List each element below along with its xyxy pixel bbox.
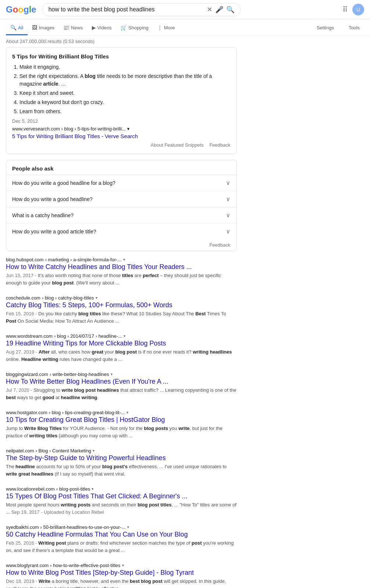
search-result-2: coschedule.com › blog › catchy-blog-titl… (6, 295, 237, 325)
snippet-link[interactable]: 5 Tips for Writing Brilliant Blog Titles… (12, 133, 138, 139)
result-snippet-8: Feb 25, 2016 - Writing post plans or dra… (6, 539, 237, 554)
result-url-line: www.hostgator.com › blog › tips-creating… (6, 410, 237, 415)
snippet-item-1: Make it engaging. (19, 63, 230, 71)
result-dropdown-arrow[interactable]: ▾ (122, 563, 124, 568)
result-title-8[interactable]: 50 Catchy Headline Formulas That You Can… (6, 531, 237, 538)
result-title-7[interactable]: 15 Types Of Blog Post Titles That Get Cl… (6, 492, 237, 500)
tab-shopping[interactable]: 🛒 Shopping (116, 21, 153, 35)
result-domain: blog.hubspot.com (6, 257, 44, 262)
result-title-6[interactable]: The Step-by-Step Guide to Writing Powerf… (6, 454, 237, 462)
result-dropdown-arrow[interactable]: ▾ (93, 448, 95, 453)
videos-icon: ▶ (92, 25, 96, 31)
result-dropdown-arrow[interactable]: ▾ (111, 372, 113, 377)
paa-feedback[interactable]: Feedback (6, 239, 236, 251)
user-avatar[interactable]: U (352, 4, 364, 15)
result-url-line: blog.hubspot.com › marketing › a-simple-… (6, 257, 237, 262)
result-date: Jul 7, 2020 - (6, 387, 33, 393)
snippet-feedback[interactable]: Feedback (209, 142, 230, 148)
result-domain: syedbalkhi.com (6, 524, 39, 530)
result-date: Sep 19, 2017 - Uploaded by Location Rebe… (11, 509, 104, 515)
result-domain: www.hostgator.com (6, 410, 47, 415)
result-dropdown-arrow[interactable]: ▾ (96, 295, 98, 300)
result-date: Dec 18, 2019 - (6, 578, 39, 584)
tab-news[interactable]: 📰 News (59, 21, 87, 35)
result-title-5[interactable]: 10 Tips for Creating Great Blog Titles |… (6, 416, 237, 424)
result-url-line: syedbalkhi.com › 50-brilliant-headlines-… (6, 524, 237, 530)
apps-grid-icon[interactable]: ⠿ (342, 5, 348, 14)
tools-link[interactable]: Tools (344, 21, 364, 35)
tab-more[interactable]: ⋮ More (153, 21, 179, 35)
result-path: › blog-post-titles (56, 486, 90, 492)
paa-question-1[interactable]: How do you write a good headline for a b… (6, 175, 236, 191)
people-also-ask: People also ask How do you write a good … (6, 160, 237, 251)
tab-videos[interactable]: ▶ Videos (87, 21, 116, 35)
paa-question-3[interactable]: What is a catchy headline? ∨ (6, 207, 236, 223)
result-snippet-5: Jump to Write Blog Titles for YOUR Audie… (6, 425, 237, 439)
result-path: › blog › tips-creating-great-blog-tit-..… (49, 410, 125, 415)
search-result-9: www.blogtyrant.com › how-to-write-effect… (6, 563, 237, 588)
result-domain: bloggingwizard.com (6, 372, 48, 377)
result-url-line: www.wordstream.com › blog › 2014/07/17 ›… (6, 333, 237, 339)
snippet-footer: About Featured Snippets Feedback (12, 139, 230, 148)
result-domain: coschedule.com (6, 295, 40, 301)
search-result-6: neilpatel.com › Blog › Content Marketing… (6, 448, 237, 477)
result-title-1[interactable]: How to Write Catchy Headlines and Blog T… (6, 263, 237, 271)
result-title-9[interactable]: How to Write Blog Post Titles [Step-by-S… (6, 569, 237, 577)
result-url-line: neilpatel.com › Blog › Content Marketing… (6, 448, 237, 453)
result-path: › marketing › a-simple-formula-for-... (45, 257, 122, 262)
google-logo: Google (6, 4, 36, 15)
main-content: 5 Tips for Writing Brilliant Blog Titles… (0, 47, 243, 588)
header-right: ⠿ U (342, 4, 364, 15)
result-date: Feb 25, 2016 - (6, 540, 38, 546)
result-dropdown-arrow[interactable]: ▾ (123, 334, 126, 338)
search-result-1: blog.hubspot.com › marketing › a-simple-… (6, 257, 237, 286)
result-date: Aug 27, 2019 - (6, 349, 39, 355)
more-icon: ⋮ (157, 25, 162, 31)
all-icon: 🔍 (10, 25, 17, 31)
result-snippet-7: Most people spend hours writing posts an… (6, 501, 237, 516)
result-path: › Blog › Content Marketing (36, 448, 91, 453)
settings-link[interactable]: Settings (312, 21, 338, 35)
result-title-3[interactable]: 19 Headline Writing Tips for More Clicka… (6, 340, 237, 347)
about-featured-snippets[interactable]: About Featured Snippets (151, 142, 204, 148)
tab-all[interactable]: 🔍 All (6, 21, 28, 35)
result-snippet-9: Dec 18, 2019 - Write a boring title, how… (6, 578, 237, 588)
search-result-4: bloggingwizard.com › write-better-blog-h… (6, 372, 237, 401)
result-title-4[interactable]: How To Write Better Blog Headlines (Even… (6, 378, 237, 386)
result-domain: www.wordstream.com (6, 333, 53, 339)
snippet-date: Dec 5, 2012 (12, 118, 230, 124)
result-dropdown-arrow[interactable]: ▾ (123, 257, 125, 262)
result-dropdown-arrow[interactable]: ▾ (127, 525, 129, 530)
shopping-icon: 🛒 (121, 25, 127, 31)
search-input[interactable] (49, 6, 207, 13)
result-url-line: www.locationrebel.com › blog-post-titles… (6, 486, 237, 492)
result-url-line: coschedule.com › blog › catchy-blog-titl… (6, 295, 237, 301)
result-dropdown-arrow[interactable]: ▾ (126, 410, 129, 415)
chevron-down-icon: ∨ (226, 212, 230, 219)
result-dropdown-arrow[interactable]: ▾ (91, 487, 94, 491)
search-result-3: www.wordstream.com › blog › 2014/07/17 ›… (6, 333, 237, 363)
clear-icon[interactable]: ✕ (207, 6, 212, 14)
images-icon: 🖼 (32, 25, 37, 31)
chevron-down-icon: ∨ (226, 179, 230, 186)
paa-question-4[interactable]: How do you write a good article title? ∨ (6, 223, 236, 239)
result-title-2[interactable]: Catchy Blog Titles: 5 Steps, 100+ Formul… (6, 301, 237, 309)
voice-icon[interactable]: 🎤 (215, 6, 223, 14)
result-url-line: www.blogtyrant.com › how-to-write-effect… (6, 563, 237, 568)
result-path: › blog › catchy-blog-titles (42, 295, 94, 301)
search-result-8: syedbalkhi.com › 50-brilliant-headlines-… (6, 524, 237, 554)
header: Google ✕ 🎤 🔍 ⠿ U (0, 0, 370, 19)
result-snippet-6: The headline accounts for up to 50% of y… (6, 463, 237, 477)
result-path: › how-to-write-effective-post-titles (50, 563, 120, 568)
result-url-line: bloggingwizard.com › write-better-blog-h… (6, 372, 237, 377)
tab-images[interactable]: 🖼 Images (28, 21, 59, 35)
search-result-7: www.locationrebel.com › blog-post-titles… (6, 486, 237, 516)
snippet-list: Make it engaging. Set the right expectat… (12, 63, 230, 115)
paa-question-2[interactable]: How do you write a good headline? ∨ (6, 191, 236, 207)
result-domain: www.blogtyrant.com (6, 563, 49, 568)
chevron-down-icon: ∨ (226, 196, 230, 202)
snippet-item-5: Learn from others. (19, 108, 230, 115)
search-submit-icon[interactable]: 🔍 (226, 6, 234, 14)
nav-tabs: 🔍 All 🖼 Images 📰 News ▶ Videos 🛒 Shoppin… (0, 19, 370, 36)
search-bar[interactable]: ✕ 🎤 🔍 (42, 3, 241, 16)
